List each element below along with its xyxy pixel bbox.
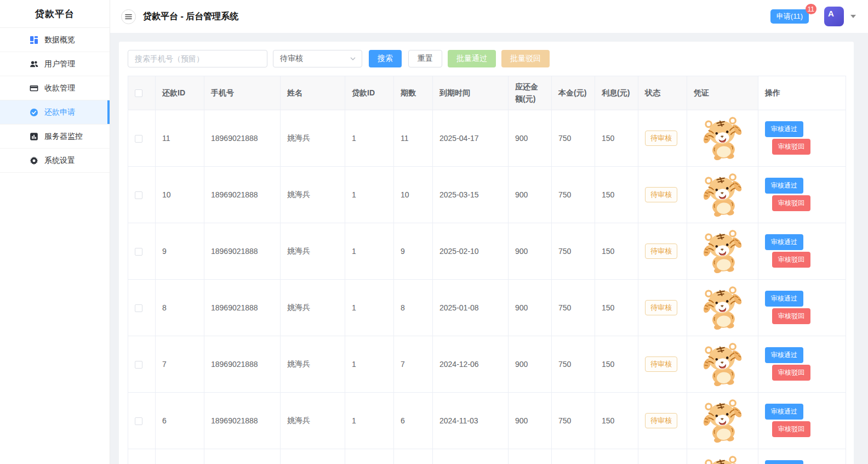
approve-button[interactable]: 审核通过 xyxy=(765,460,803,464)
column-header: 手机号 xyxy=(204,76,281,110)
avatar[interactable]: A xyxy=(824,7,844,26)
cell-voucher xyxy=(687,166,758,223)
cell-due-date xyxy=(433,449,509,464)
table-row: 审核通过审核驳回 xyxy=(128,449,846,464)
column-header: 期数 xyxy=(394,76,433,110)
cell-phone: 18969021888 xyxy=(204,279,281,336)
cell-repay-id: 8 xyxy=(156,279,204,336)
sidebar-app-title: 贷款平台 xyxy=(0,0,110,28)
sidebar-item-4[interactable]: 还款申请 xyxy=(0,100,110,125)
status-badge: 待审核 xyxy=(645,357,677,372)
status-badge: 待审核 xyxy=(645,131,677,146)
approve-button[interactable]: 审核通过 xyxy=(765,234,803,250)
voucher-tiger-image[interactable] xyxy=(694,341,751,388)
table-row: 918969021888姚海兵192025-02-10900750150待审核审… xyxy=(128,223,846,279)
reject-button[interactable]: 审核驳回 xyxy=(772,195,810,211)
topbar: 贷款平台 - 后台管理系统 申请(11) 11 A xyxy=(110,0,868,33)
voucher-tiger-image[interactable] xyxy=(694,228,751,275)
reject-button[interactable]: 审核驳回 xyxy=(772,308,810,324)
sidebar-nav: 数据概览用户管理收款管理还款申请服务器监控系统设置 xyxy=(0,28,110,173)
row-checkbox[interactable] xyxy=(135,191,142,199)
approve-button[interactable]: 审核通过 xyxy=(765,404,803,420)
status-filter-select[interactable]: 待审核 xyxy=(273,50,362,67)
row-checkbox[interactable] xyxy=(135,417,142,425)
check-circle-icon xyxy=(30,108,38,117)
column-header xyxy=(128,76,156,110)
cell-phone: 18969021888 xyxy=(204,110,281,166)
cell-name: 姚海兵 xyxy=(281,279,345,336)
voucher-tiger-image[interactable] xyxy=(694,454,751,464)
voucher-tiger-image[interactable] xyxy=(694,397,751,444)
cell-principal: 750 xyxy=(552,223,595,279)
cell-phone: 18969021888 xyxy=(204,166,281,223)
cell-actions: 审核通过审核驳回 xyxy=(758,110,846,166)
cell-amount: 900 xyxy=(509,223,552,279)
row-checkbox[interactable] xyxy=(135,135,142,143)
voucher-tiger-image[interactable] xyxy=(694,284,751,331)
cell-voucher xyxy=(687,392,758,449)
approve-button[interactable]: 审核通过 xyxy=(765,121,803,137)
cell-loan-id xyxy=(345,449,394,464)
cell-actions: 审核通过审核驳回 xyxy=(758,449,846,464)
column-header: 操作 xyxy=(758,76,846,110)
voucher-tiger-image[interactable] xyxy=(694,171,751,218)
cell-voucher xyxy=(687,336,758,392)
sidebar-item-label: 收款管理 xyxy=(44,83,75,93)
menu-toggle-button[interactable] xyxy=(121,9,136,24)
cell-actions: 审核通过审核驳回 xyxy=(758,336,846,392)
cell-repay-id: 6 xyxy=(156,392,204,449)
table-row: 818969021888姚海兵182025-01-08900750150待审核审… xyxy=(128,279,846,336)
filter-toolbar: 待审核 搜索 重置 批量通过 批量驳回 xyxy=(128,50,846,67)
sidebar-item-1[interactable]: 数据概览 xyxy=(0,28,110,52)
chevron-down-icon[interactable] xyxy=(850,15,856,18)
cell-actions: 审核通过审核驳回 xyxy=(758,392,846,449)
cell-due-date: 2025-02-10 xyxy=(433,223,509,279)
reject-button[interactable]: 审核驳回 xyxy=(772,139,810,155)
table-header-row: 还款ID手机号姓名贷款ID期数到期时间应还金额(元)本金(元)利息(元)状态凭证… xyxy=(128,76,846,110)
sidebar-item-3[interactable]: 收款管理 xyxy=(0,76,110,100)
sidebar-item-5[interactable]: 服务器监控 xyxy=(0,125,110,149)
cell-due-date: 2025-01-08 xyxy=(433,279,509,336)
cell-due-date: 2025-04-17 xyxy=(433,110,509,166)
row-checkbox[interactable] xyxy=(135,361,142,369)
cell-status: 待审核 xyxy=(638,166,687,223)
apply-button[interactable]: 申请(11) xyxy=(770,9,809,24)
batch-approve-button[interactable]: 批量通过 xyxy=(448,50,496,67)
approve-button[interactable]: 审核通过 xyxy=(765,178,803,194)
column-header: 凭证 xyxy=(687,76,758,110)
cell-period: 7 xyxy=(394,336,433,392)
row-checkbox[interactable] xyxy=(135,304,142,312)
reset-button[interactable]: 重置 xyxy=(408,50,442,67)
cell-due-date: 2024-12-06 xyxy=(433,336,509,392)
approve-button[interactable]: 审核通过 xyxy=(765,347,803,363)
cell-period: 10 xyxy=(394,166,433,223)
cell-name: 姚海兵 xyxy=(281,110,345,166)
cell-voucher xyxy=(687,279,758,336)
cell-voucher xyxy=(687,110,758,166)
reject-button[interactable]: 审核驳回 xyxy=(772,421,810,437)
cell-name: 姚海兵 xyxy=(281,392,345,449)
column-header: 状态 xyxy=(638,76,687,110)
reject-button[interactable]: 审核驳回 xyxy=(772,365,810,381)
cell-status: 待审核 xyxy=(638,223,687,279)
search-button[interactable]: 搜索 xyxy=(369,50,402,67)
row-checkbox[interactable] xyxy=(135,248,142,256)
cell-loan-id: 1 xyxy=(345,223,394,279)
chevron-down-icon xyxy=(350,55,356,62)
batch-reject-button[interactable]: 批量驳回 xyxy=(501,50,550,67)
approve-button[interactable]: 审核通过 xyxy=(765,291,803,307)
cell-principal xyxy=(552,449,595,464)
search-phone-input[interactable] xyxy=(128,50,267,67)
cell-due-date: 2024-11-03 xyxy=(433,392,509,449)
users-icon xyxy=(30,60,38,69)
cell-amount xyxy=(509,449,552,464)
column-header: 利息(元) xyxy=(595,76,638,110)
content-area: 待审核 搜索 重置 批量通过 批量驳回 还款ID手机号姓名贷款ID期数到期时间应… xyxy=(110,33,868,464)
reject-button[interactable]: 审核驳回 xyxy=(772,252,810,268)
cell-loan-id: 1 xyxy=(345,392,394,449)
status-filter-value: 待审核 xyxy=(280,54,303,64)
sidebar-item-6[interactable]: 系统设置 xyxy=(0,149,110,173)
voucher-tiger-image[interactable] xyxy=(694,115,751,162)
sidebar-item-2[interactable]: 用户管理 xyxy=(0,52,110,76)
select-all-checkbox[interactable] xyxy=(135,89,142,97)
